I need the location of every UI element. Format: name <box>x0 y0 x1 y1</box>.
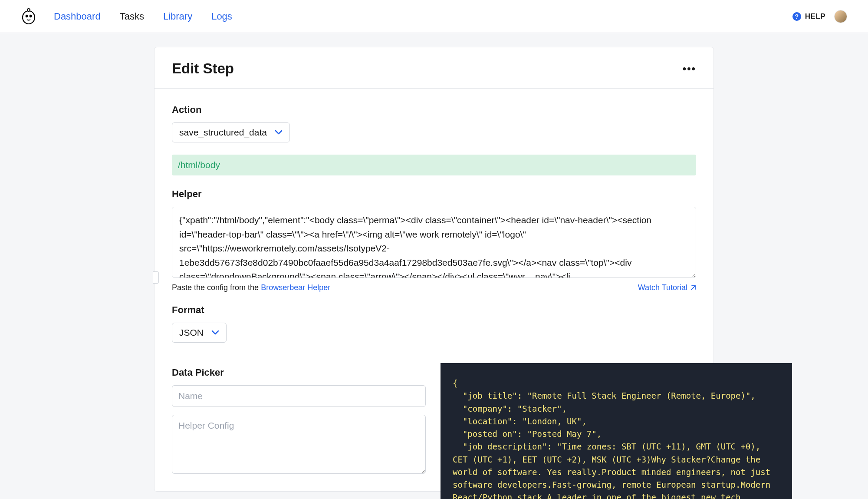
help-link[interactable]: ? HELP <box>792 12 825 21</box>
format-label: Format <box>172 304 696 316</box>
svg-point-3 <box>26 14 28 17</box>
svg-point-4 <box>30 14 32 17</box>
card-header: Edit Step ••• <box>155 47 713 89</box>
avatar[interactable] <box>834 10 847 23</box>
nav-logs[interactable]: Logs <box>211 11 232 22</box>
more-menu-icon[interactable]: ••• <box>683 63 696 75</box>
help-icon: ? <box>792 12 802 21</box>
helper-label: Helper <box>172 188 696 200</box>
svg-point-1 <box>27 9 30 11</box>
helper-hint-row: Paste the config from the Browserbear He… <box>172 283 696 292</box>
nav-tasks[interactable]: Tasks <box>120 11 144 22</box>
action-select[interactable]: save_structured_data <box>172 122 290 142</box>
nav-dashboard[interactable]: Dashboard <box>54 11 101 22</box>
tutorial-label: Watch Tutorial <box>638 283 687 292</box>
chevron-down-icon <box>275 130 283 135</box>
external-link-icon <box>690 285 696 291</box>
topbar-right: ? HELP <box>792 10 847 23</box>
svg-text:?: ? <box>795 13 799 20</box>
data-picker-name-input[interactable] <box>172 385 426 407</box>
format-selected-value: JSON <box>179 327 204 338</box>
action-selected-value: save_structured_data <box>179 127 267 138</box>
data-picker-config-textarea[interactable] <box>172 415 426 474</box>
action-label: Action <box>172 104 696 116</box>
chevron-down-icon <box>211 330 219 335</box>
xpath-display: /html/body <box>172 155 696 175</box>
topbar: Dashboard Tasks Library Logs ? HELP <box>0 0 868 33</box>
format-select[interactable]: JSON <box>172 323 227 343</box>
help-label: HELP <box>805 12 825 21</box>
topbar-left: Dashboard Tasks Library Logs <box>21 7 232 26</box>
collapse-handle[interactable] <box>153 271 159 284</box>
watch-tutorial-link[interactable]: Watch Tutorial <box>638 283 696 292</box>
browserbear-helper-link[interactable]: Browserbear Helper <box>261 283 330 292</box>
helper-textarea[interactable] <box>172 207 696 278</box>
main-nav: Dashboard Tasks Library Logs <box>54 11 232 22</box>
svg-point-0 <box>23 11 35 24</box>
helper-hint-prefix: Paste the config from the <box>172 283 261 292</box>
helper-hint: Paste the config from the Browserbear He… <box>172 283 330 292</box>
json-preview-overlay: { "job title": "Remote Full Stack Engine… <box>441 363 792 492</box>
page-title: Edit Step <box>172 60 234 77</box>
logo[interactable] <box>21 7 36 26</box>
nav-library[interactable]: Library <box>163 11 192 22</box>
